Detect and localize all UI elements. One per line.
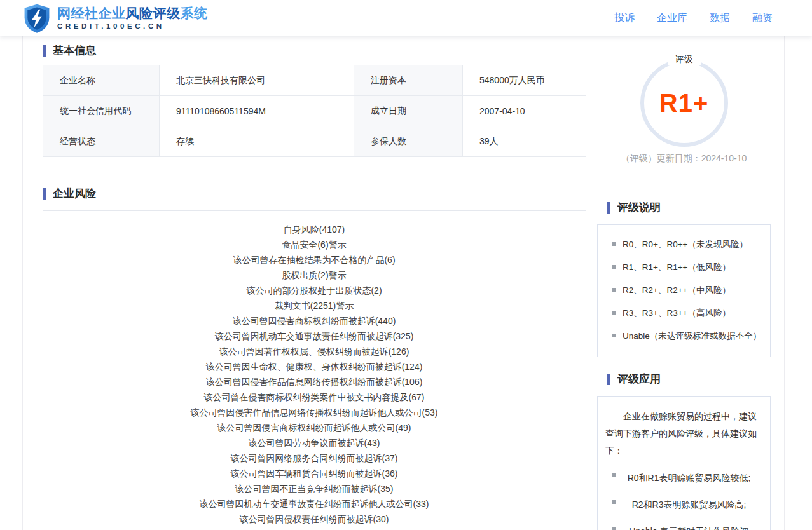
rating-widget: 评级 R1+ xyxy=(627,59,741,147)
brand-logo[interactable]: 网经社企业风险评级系统 CREDIT.100EC.CN xyxy=(22,1,208,34)
info-label: 统一社会信用代码 xyxy=(43,96,160,126)
nav-item[interactable]: 投诉 xyxy=(614,11,635,25)
risk-item: 该公司曾因网络服务合同纠纷而被起诉(37) xyxy=(43,451,586,466)
bullet-icon xyxy=(612,473,616,477)
basic-info-title-text: 基本信息 xyxy=(53,43,96,58)
usage-title-text: 评级应用 xyxy=(617,372,661,386)
usage-list: R0和R1表明赊账贸易风险较低; R2和R3表明赊账贸易风险高; Unable … xyxy=(605,470,762,530)
bullet-icon xyxy=(612,500,616,504)
section-bar-icon xyxy=(43,45,46,57)
risk-item: 该公司曾因网络侵权责任纠纷而被起诉(28) xyxy=(43,527,586,530)
info-label: 经营状态 xyxy=(43,126,160,157)
top-header: 网经社企业风险评级系统 CREDIT.100EC.CN 投诉 企业库 数据 融资 xyxy=(0,0,812,36)
bullet-icon xyxy=(612,311,616,315)
rating-value: R1+ xyxy=(659,89,709,118)
usage-text: R0和R1表明赊账贸易风险较低; xyxy=(622,470,762,486)
risk-title-text: 企业风险 xyxy=(53,186,96,201)
usage-title: 评级应用 xyxy=(597,372,771,386)
shield-lightning-icon xyxy=(22,3,52,34)
table-row: 经营状态 存续 参保人数 39人 xyxy=(43,126,586,157)
legend-text: R1、R1+、R1++（低风险） xyxy=(623,261,731,273)
risk-item: 该公司曾因侵害商标权纠纷而被起诉(440) xyxy=(43,313,586,329)
risk-item: 该公司曾因著作权权属、侵权纠纷而被起诉(126) xyxy=(43,344,586,359)
info-value: 2007-04-10 xyxy=(463,96,586,126)
risk-item: 该公司曾因机动车交通事故责任纠纷而被起诉(325) xyxy=(43,329,586,344)
risk-item: 该公司曾因劳动争议而被起诉(43) xyxy=(43,435,586,451)
risk-title: 企业风险 xyxy=(43,186,586,201)
risk-item: 该公司曾因不正当竞争纠纷而被起诉(35) xyxy=(43,481,586,496)
legend-item: R3、R3+、R3++（高风险） xyxy=(606,307,762,319)
content-panel: 基本信息 企业名称 北京三快科技有限公司 注册资本 548000万人民币 统一社… xyxy=(22,36,785,530)
brand-title: 网经社企业风险评级系统 xyxy=(57,6,208,20)
section-bar-icon xyxy=(607,374,610,385)
legend-text: R0、R0+、R0++（未发现风险） xyxy=(623,238,748,250)
info-label: 成立日期 xyxy=(354,96,463,126)
usage-text: R2和R3表明赊账贸易风险高; xyxy=(622,496,762,513)
risk-item: 该公司曾因侵害作品信息网络传播权纠纷而被起诉(106) xyxy=(43,374,586,390)
legend-text: Unable（未达评级标准或数据不全） xyxy=(623,330,761,342)
risk-item: 该公司曾因侵害商标权纠纷而起诉他人或公司(49) xyxy=(43,420,586,435)
risk-item: 裁判文书(2251)警示 xyxy=(43,298,586,313)
section-bar-icon xyxy=(43,188,46,200)
info-value: 91110108660511594M xyxy=(160,96,354,126)
usage-text: Unable 表示暂时无法作风险评级，但并不代表有风险或无风险，要另行判断。 xyxy=(622,523,762,530)
info-value: 548000万人民币 xyxy=(463,65,586,96)
nav-item[interactable]: 融资 xyxy=(752,11,773,25)
info-value: 北京三快科技有限公司 xyxy=(160,65,354,96)
section-bar-icon xyxy=(607,202,610,214)
bullet-icon xyxy=(612,288,616,292)
risk-item: 该公司曾因机动车交通事故责任纠纷而起诉他人或公司(33) xyxy=(43,496,586,512)
info-label: 注册资本 xyxy=(354,65,463,96)
risk-item: 该公司曾存在抽检结果为不合格的产品(6) xyxy=(43,252,586,268)
table-row: 企业名称 北京三快科技有限公司 注册资本 548000万人民币 xyxy=(43,65,586,96)
legend-box: R0、R0+、R0++（未发现风险） R1、R1+、R1++（低风险） R2、R… xyxy=(597,224,771,357)
bullet-icon xyxy=(612,242,616,246)
legend-text: R3、R3+、R3++（高风险） xyxy=(623,307,731,319)
usage-item: R0和R1表明赊账贸易风险较低; xyxy=(605,470,762,486)
legend-item: R0、R0+、R0++（未发现风险） xyxy=(606,238,762,250)
risk-item: 自身风险(4107) xyxy=(43,222,586,237)
rating-circle: R1+ xyxy=(640,59,728,147)
usage-intro: 企业在做赊账贸易的过程中，建议查询下游客户的风险评级，具体建议如下： xyxy=(605,408,762,459)
brand-text: 网经社企业风险评级系统 CREDIT.100EC.CN xyxy=(57,6,208,30)
bullet-icon xyxy=(612,265,616,269)
basic-info-title: 基本信息 xyxy=(43,43,586,58)
risk-item: 该公司的部分股权处于出质状态(2) xyxy=(43,283,586,298)
info-value: 39人 xyxy=(463,126,586,157)
legend-item: Unable（未达评级标准或数据不全） xyxy=(606,330,762,342)
legend-text: R2、R2+、R2++（中风险） xyxy=(623,284,731,296)
legend-item: R1、R1+、R1++（低风险） xyxy=(606,261,762,273)
legend-item: R2、R2+、R2++（中风险） xyxy=(606,284,762,296)
bullet-icon xyxy=(612,334,616,337)
usage-box: 企业在做赊账贸易的过程中，建议查询下游客户的风险评级，具体建议如下： R0和R1… xyxy=(597,396,771,530)
risk-item: 股权出质(2)警示 xyxy=(43,268,586,283)
risk-item: 该公司曾因侵害作品信息网络传播权纠纷而起诉他人或公司(53) xyxy=(43,405,586,420)
risk-item: 该公司曾因生命权、健康权、身体权纠纷而被起诉(124) xyxy=(43,359,586,374)
risk-item: 食品安全(6)警示 xyxy=(43,237,586,252)
sidebar: 评级 R1+ （评级）更新日期：2024-10-10 评级说明 R0、R0+、R… xyxy=(597,36,771,530)
risk-item: 该公司曾在侵害商标权纠纷类案件中被文书内容提及(67) xyxy=(43,390,586,405)
risk-divider xyxy=(43,210,586,211)
main-column: 基本信息 企业名称 北京三快科技有限公司 注册资本 548000万人民币 统一社… xyxy=(43,36,586,530)
table-row: 统一社会信用代码 91110108660511594M 成立日期 2007-04… xyxy=(43,96,586,126)
nav-item[interactable]: 企业库 xyxy=(657,11,687,25)
usage-item: R2和R3表明赊账贸易风险高; xyxy=(605,496,762,513)
usage-item: Unable 表示暂时无法作风险评级，但并不代表有风险或无风险，要另行判断。 xyxy=(605,523,762,530)
basic-info-table: 企业名称 北京三快科技有限公司 注册资本 548000万人民币 统一社会信用代码… xyxy=(43,65,586,157)
info-label: 企业名称 xyxy=(43,65,160,96)
risk-list: 自身风险(4107) 食品安全(6)警示 该公司曾存在抽检结果为不合格的产品(6… xyxy=(43,222,586,530)
info-label: 参保人数 xyxy=(354,126,463,157)
nav-item[interactable]: 数据 xyxy=(710,11,730,25)
rating-label: 评级 xyxy=(668,54,701,65)
risk-item: 该公司曾因侵权责任纠纷而被起诉(30) xyxy=(43,512,586,527)
legend-title: 评级说明 xyxy=(597,200,771,215)
bullet-icon xyxy=(612,527,616,530)
main-nav: 投诉 企业库 数据 融资 xyxy=(614,11,773,25)
legend-title-text: 评级说明 xyxy=(617,200,661,215)
brand-domain: CREDIT.100EC.CN xyxy=(57,22,208,30)
info-value: 存续 xyxy=(160,126,354,157)
rating-update-date: （评级）更新日期：2024-10-10 xyxy=(597,153,771,165)
risk-item: 该公司曾因车辆租赁合同纠纷而被起诉(36) xyxy=(43,466,586,481)
